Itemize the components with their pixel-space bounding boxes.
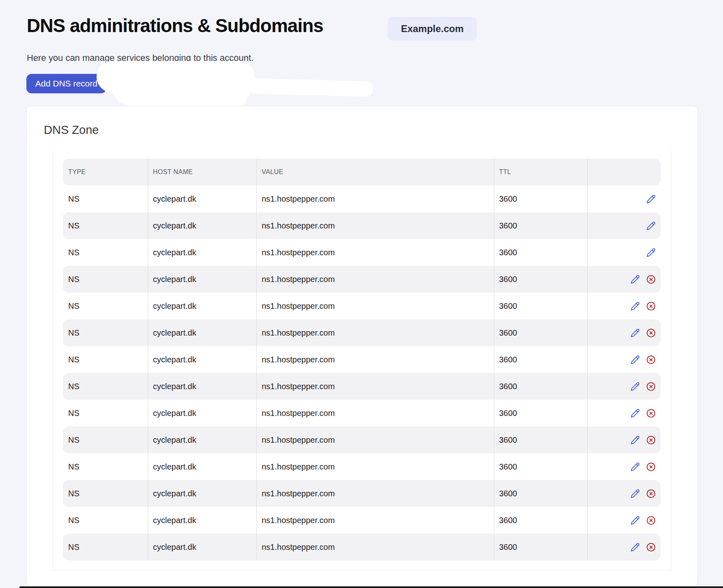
cell-actions [587,462,661,472]
domain-badge-label: Example.com [401,23,464,34]
table-row: NS cyclepart.dk ns1.hostpepper.com 3600 [63,346,661,373]
delete-record-button[interactable] [646,462,656,472]
edit-record-button[interactable] [630,382,640,391]
cell-actions [587,543,661,552]
cell-value: ns1.hostpepper.com [256,489,494,498]
edit-record-button[interactable] [630,462,640,472]
delete-record-button[interactable] [646,516,656,525]
column-header-ttl: TTL [494,168,587,176]
circle-x-icon [646,382,656,391]
table-row: NS cyclepart.dk ns1.hostpepper.com 3600 [63,453,661,480]
delete-record-button[interactable] [646,355,656,364]
cell-value: ns1.hostpepper.com [256,275,494,284]
cell-host-name: cyclepart.dk [148,275,256,284]
delete-record-button[interactable] [646,275,656,284]
cell-value: ns1.hostpepper.com [256,355,494,364]
pencil-icon [630,516,640,525]
pencil-icon [630,543,640,552]
screen-bottom-edge [19,586,723,588]
edit-record-button[interactable] [630,302,640,311]
circle-x-icon [646,516,656,525]
edit-record-button[interactable] [630,435,640,445]
edit-record-button[interactable] [630,328,640,338]
delete-record-button[interactable] [646,543,656,552]
table-row: NS cyclepart.dk ns1.hostpepper.com 3600 [63,373,661,400]
edit-record-button[interactable] [630,355,640,364]
edit-record-button[interactable] [630,543,640,552]
circle-x-icon [646,489,656,498]
dns-table-wrapper: TYPE HOST NAME VALUE TTL NS cyclepart.dk… [53,150,671,571]
cell-ttl: 3600 [494,409,587,418]
dns-zone-heading: DNS Zone [44,123,99,137]
cell-ttl: 3600 [494,221,587,230]
cell-value: ns1.hostpepper.com [256,302,494,311]
cell-type: NS [63,328,148,338]
cell-type: NS [63,462,148,472]
table-row: NS cyclepart.dk ns1.hostpepper.com 3600 [63,185,661,212]
pencil-icon [646,248,656,257]
cell-type: NS [63,194,148,204]
cell-actions [587,248,661,257]
delete-record-button[interactable] [646,409,656,418]
delete-record-button[interactable] [646,489,656,498]
cell-actions [587,355,661,364]
circle-x-icon [646,543,656,552]
cell-actions [587,194,661,204]
cell-ttl: 3600 [494,516,587,525]
pencil-icon [630,462,640,472]
cell-host-name: cyclepart.dk [148,194,256,204]
pencil-icon [630,409,640,418]
cell-value: ns1.hostpepper.com [256,435,494,445]
table-body: NS cyclepart.dk ns1.hostpepper.com 3600 … [63,185,661,560]
edit-record-button[interactable] [646,194,656,204]
circle-x-icon [646,328,656,338]
dns-zone-card: DNS Zone TYPE HOST NAME VALUE TTL NS cyc… [26,106,698,586]
edit-record-button[interactable] [630,516,640,525]
cell-ttl: 3600 [494,462,587,472]
table-row: NS cyclepart.dk ns1.hostpepper.com 3600 [63,266,661,293]
pencil-icon [646,221,656,230]
cell-type: NS [63,221,148,230]
cell-type: NS [63,248,148,257]
cell-host-name: cyclepart.dk [148,355,256,364]
cell-actions [587,221,661,230]
cell-host-name: cyclepart.dk [148,435,256,445]
cell-type: NS [63,489,148,498]
cell-value: ns1.hostpepper.com [256,382,494,391]
domain-badge: Example.com [388,17,477,41]
cell-ttl: 3600 [494,328,587,338]
circle-x-icon [646,275,656,284]
delete-record-button[interactable] [646,302,656,311]
cell-actions [587,516,661,525]
cell-type: NS [63,409,148,418]
delete-record-button[interactable] [646,435,656,445]
edit-record-button[interactable] [646,248,656,257]
column-header-value: VALUE [256,168,494,176]
pencil-icon [630,435,640,445]
table-row: NS cyclepart.dk ns1.hostpepper.com 3600 [63,293,661,319]
pencil-icon [630,275,640,284]
cell-type: NS [63,516,148,525]
table-row: NS cyclepart.dk ns1.hostpepper.com 3600 [63,534,661,560]
cell-ttl: 3600 [494,382,587,391]
pencil-icon [630,328,640,338]
table-row: NS cyclepart.dk ns1.hostpepper.com 3600 [63,426,661,453]
circle-x-icon [646,302,656,311]
cell-host-name: cyclepart.dk [148,302,256,311]
cell-ttl: 3600 [494,194,587,204]
edit-record-button[interactable] [630,489,640,498]
delete-record-button[interactable] [646,382,656,391]
dns-records-table: TYPE HOST NAME VALUE TTL NS cyclepart.dk… [63,159,661,560]
cell-value: ns1.hostpepper.com [256,409,494,418]
table-row: NS cyclepart.dk ns1.hostpepper.com 3600 [63,400,661,426]
circle-x-icon [646,462,656,472]
add-dns-record-button[interactable]: Add DNS record [26,74,106,93]
edit-record-button[interactable] [630,409,640,418]
cell-host-name: cyclepart.dk [148,248,256,257]
delete-record-button[interactable] [646,328,656,338]
cell-value: ns1.hostpepper.com [256,248,494,257]
edit-record-button[interactable] [646,221,656,230]
edit-record-button[interactable] [630,275,640,284]
circle-x-icon [646,355,656,364]
cell-type: NS [63,382,148,391]
